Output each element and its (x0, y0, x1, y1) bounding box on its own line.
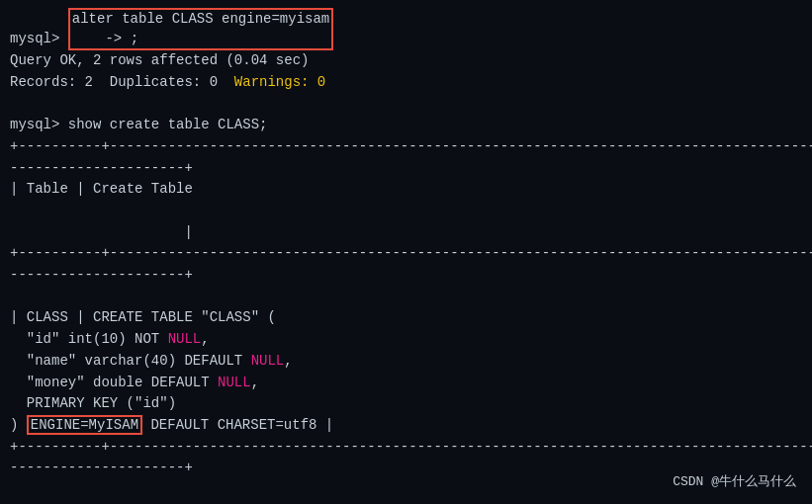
class-row-2: "id" int(10) NOT NULL, (10, 329, 802, 351)
blank-line-3 (10, 287, 802, 308)
class-row-4: "money" double DEFAULT NULL, (10, 373, 802, 394)
cmd-text-1: alter table CLASS engine=myisam (72, 11, 329, 27)
class-row-6: ) ENGINE=MyISAM DEFAULT CHARSET=utf8 | (10, 415, 802, 437)
separator-5: +----------+----------------------------… (10, 437, 802, 459)
class-row-1: | CLASS | CREATE TABLE "CLASS" ( (10, 307, 802, 329)
null-keyword-1: NULL (168, 331, 202, 347)
null-keyword-3: NULL (218, 375, 251, 390)
query-ok-line: Query OK, 2 rows affected (0.04 sec) (10, 50, 802, 72)
warnings-text: Warnings: 0 (234, 74, 325, 90)
col-header: | Table | Create Table (10, 179, 802, 201)
col-table: Table (27, 181, 68, 197)
class-row-3: "name" varchar(40) DEFAULT NULL, (10, 351, 802, 373)
separator-2: ---------------------+ (10, 158, 802, 180)
cmd-highlight-box: alter table CLASS engine=myisam -> ; (68, 8, 333, 50)
footer-line: 1 row in set (0.00 sec) (10, 501, 802, 504)
pipe-cont: | (10, 222, 802, 244)
watermark: CSDN @牛什么马什么 (673, 472, 796, 490)
prompt-cont: -> (72, 31, 131, 46)
command-line-1: mysql> alter table CLASS engine=myisam -… (10, 8, 802, 50)
separator-1: +----------+----------------------------… (10, 136, 802, 158)
class-row-5: PRIMARY KEY ("id") (10, 393, 802, 415)
cmd-cont-text: ; (131, 31, 138, 46)
blank-line-1 (10, 94, 802, 116)
separator-4: ---------------------+ (10, 265, 802, 287)
blank-line-2 (10, 201, 802, 222)
show-create-cmd: mysql> show create table CLASS; (10, 115, 802, 136)
engine-highlight: ENGINE=MyISAM (27, 415, 142, 435)
null-keyword-2: NULL (251, 353, 285, 369)
prompt-1: mysql> (10, 31, 68, 46)
records-line: Records: 2 Duplicates: 0 Warnings: 0 (10, 72, 802, 94)
terminal-window: mysql> alter table CLASS engine=myisam -… (0, 0, 812, 504)
separator-3: +----------+----------------------------… (10, 243, 802, 265)
